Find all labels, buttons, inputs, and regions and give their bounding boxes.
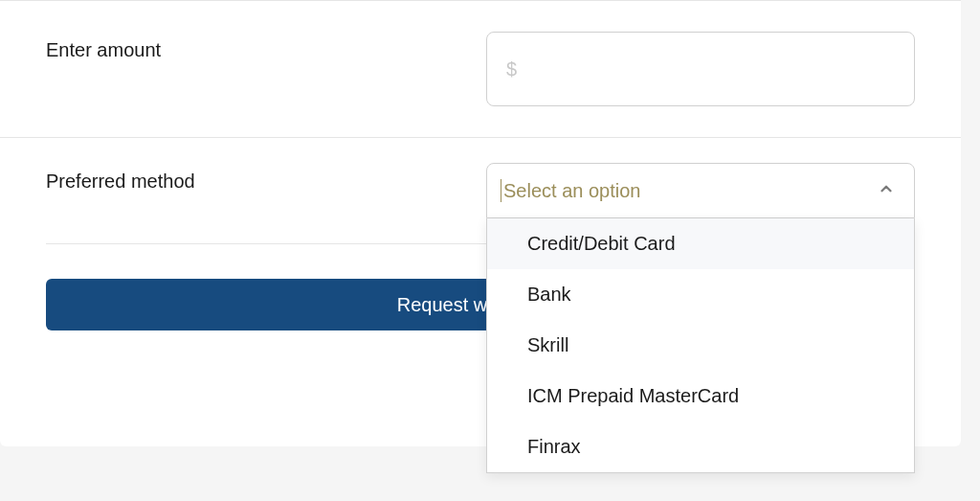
method-dropdown: Credit/Debit Card Bank Skrill ICM Prepai… xyxy=(486,218,915,473)
method-select: Select an option Credit/Debit Card Bank … xyxy=(486,163,915,218)
method-option[interactable]: Credit/Debit Card xyxy=(487,218,914,269)
method-label: Preferred method xyxy=(46,163,486,193)
amount-control xyxy=(486,32,915,106)
method-control: Select an option Credit/Debit Card Bank … xyxy=(486,163,915,218)
method-select-box[interactable]: Select an option xyxy=(486,163,915,218)
chevron-up-icon xyxy=(878,180,895,201)
method-option[interactable]: ICM Prepaid MasterCard xyxy=(487,371,914,421)
method-option[interactable]: Finrax xyxy=(487,421,914,472)
method-row: Preferred method Select an option Credit… xyxy=(0,137,961,243)
withdrawal-form-card: Enter amount Preferred method Select an … xyxy=(0,0,961,446)
amount-input[interactable] xyxy=(486,32,915,106)
amount-row: Enter amount xyxy=(0,0,961,137)
method-placeholder: Select an option xyxy=(501,179,640,202)
method-option[interactable]: Bank xyxy=(487,269,914,320)
method-option[interactable]: Skrill xyxy=(487,320,914,371)
amount-label: Enter amount xyxy=(46,32,486,61)
